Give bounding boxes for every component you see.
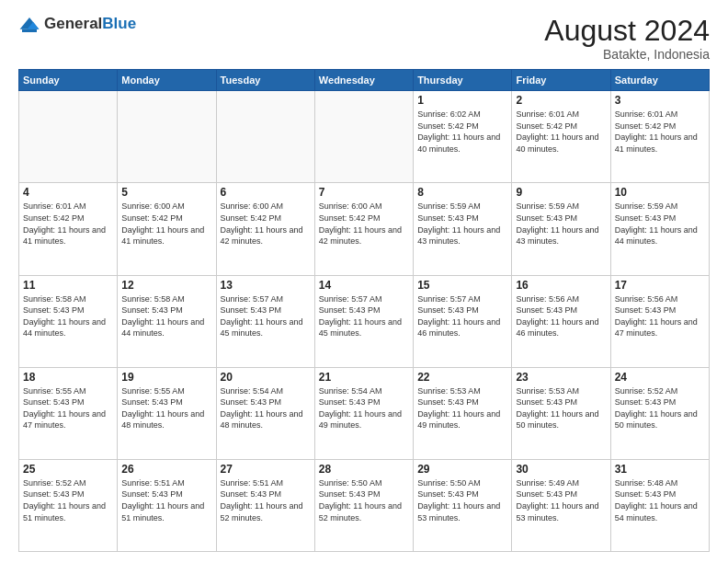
calendar-page: GeneralBlue August 2024 Batakte, Indones… (0, 0, 728, 563)
table-row: 18Sunrise: 5:55 AM Sunset: 5:43 PM Dayli… (19, 367, 118, 459)
day-info: Sunrise: 5:50 AM Sunset: 5:43 PM Dayligh… (417, 477, 507, 523)
day-number: 19 (121, 371, 211, 384)
day-info: Sunrise: 6:00 AM Sunset: 5:42 PM Dayligh… (221, 201, 311, 247)
day-number: 6 (221, 186, 311, 199)
day-info: Sunrise: 5:49 AM Sunset: 5:43 PM Dayligh… (516, 477, 606, 523)
day-number: 8 (417, 186, 507, 199)
table-row (118, 91, 216, 183)
month-title: August 2024 (544, 15, 710, 47)
table-row: 28Sunrise: 5:50 AM Sunset: 5:43 PM Dayli… (314, 459, 413, 551)
day-number: 25 (23, 463, 113, 476)
day-number: 24 (615, 371, 705, 384)
table-row: 20Sunrise: 5:54 AM Sunset: 5:43 PM Dayli… (216, 367, 314, 459)
day-info: Sunrise: 5:59 AM Sunset: 5:43 PM Dayligh… (615, 201, 705, 247)
day-info: Sunrise: 5:57 AM Sunset: 5:43 PM Dayligh… (221, 293, 311, 339)
day-info: Sunrise: 5:54 AM Sunset: 5:43 PM Dayligh… (319, 385, 409, 431)
day-info: Sunrise: 5:50 AM Sunset: 5:43 PM Dayligh… (319, 477, 409, 523)
table-row (19, 91, 118, 183)
table-row: 6Sunrise: 6:00 AM Sunset: 5:42 PM Daylig… (216, 183, 314, 275)
table-row: 3Sunrise: 6:01 AM Sunset: 5:42 PM Daylig… (610, 91, 709, 183)
calendar-week-row: 1Sunrise: 6:02 AM Sunset: 5:42 PM Daylig… (19, 91, 710, 183)
table-row: 9Sunrise: 5:59 AM Sunset: 5:43 PM Daylig… (512, 183, 610, 275)
day-number: 18 (23, 371, 113, 384)
logo-icon (18, 16, 40, 34)
day-number: 9 (516, 186, 606, 199)
table-row: 13Sunrise: 5:57 AM Sunset: 5:43 PM Dayli… (216, 275, 314, 367)
table-row: 8Sunrise: 5:59 AM Sunset: 5:43 PM Daylig… (414, 183, 512, 275)
day-number: 12 (121, 279, 211, 292)
table-row: 23Sunrise: 5:53 AM Sunset: 5:43 PM Dayli… (512, 367, 610, 459)
day-number: 14 (319, 279, 409, 292)
table-row: 22Sunrise: 5:53 AM Sunset: 5:43 PM Dayli… (414, 367, 512, 459)
day-number: 23 (516, 371, 606, 384)
day-number: 13 (221, 279, 311, 292)
day-info: Sunrise: 5:57 AM Sunset: 5:43 PM Dayligh… (417, 293, 507, 339)
col-monday: Monday (118, 70, 216, 91)
day-number: 27 (221, 463, 311, 476)
day-number: 30 (516, 463, 606, 476)
day-number: 31 (615, 463, 705, 476)
calendar-week-row: 25Sunrise: 5:52 AM Sunset: 5:43 PM Dayli… (19, 459, 710, 551)
calendar-week-row: 11Sunrise: 5:58 AM Sunset: 5:43 PM Dayli… (19, 275, 710, 367)
calendar-header-row: Sunday Monday Tuesday Wednesday Thursday… (19, 70, 710, 91)
calendar-week-row: 18Sunrise: 5:55 AM Sunset: 5:43 PM Dayli… (19, 367, 710, 459)
table-row (216, 91, 314, 183)
day-number: 10 (615, 186, 705, 199)
day-info: Sunrise: 5:51 AM Sunset: 5:43 PM Dayligh… (221, 477, 311, 523)
table-row: 30Sunrise: 5:49 AM Sunset: 5:43 PM Dayli… (512, 459, 610, 551)
col-friday: Friday (512, 70, 610, 91)
header: GeneralBlue August 2024 Batakte, Indones… (18, 15, 710, 62)
table-row: 19Sunrise: 5:55 AM Sunset: 5:43 PM Dayli… (118, 367, 216, 459)
col-wednesday: Wednesday (314, 70, 413, 91)
logo-general: General (44, 15, 102, 32)
day-number: 16 (516, 279, 606, 292)
table-row: 16Sunrise: 5:56 AM Sunset: 5:43 PM Dayli… (512, 275, 610, 367)
day-info: Sunrise: 5:58 AM Sunset: 5:43 PM Dayligh… (23, 293, 113, 339)
day-number: 11 (23, 279, 113, 292)
day-info: Sunrise: 5:55 AM Sunset: 5:43 PM Dayligh… (121, 385, 211, 431)
day-info: Sunrise: 6:02 AM Sunset: 5:42 PM Dayligh… (417, 109, 507, 155)
day-info: Sunrise: 6:00 AM Sunset: 5:42 PM Dayligh… (121, 201, 211, 247)
table-row: 5Sunrise: 6:00 AM Sunset: 5:42 PM Daylig… (118, 183, 216, 275)
col-saturday: Saturday (610, 70, 709, 91)
day-number: 5 (121, 186, 211, 199)
table-row: 15Sunrise: 5:57 AM Sunset: 5:43 PM Dayli… (414, 275, 512, 367)
table-row: 31Sunrise: 5:48 AM Sunset: 5:43 PM Dayli… (610, 459, 709, 551)
day-info: Sunrise: 5:53 AM Sunset: 5:43 PM Dayligh… (417, 385, 507, 431)
table-row: 7Sunrise: 6:00 AM Sunset: 5:42 PM Daylig… (314, 183, 413, 275)
table-row: 24Sunrise: 5:52 AM Sunset: 5:43 PM Dayli… (610, 367, 709, 459)
col-sunday: Sunday (19, 70, 118, 91)
day-info: Sunrise: 6:01 AM Sunset: 5:42 PM Dayligh… (23, 201, 113, 247)
day-info: Sunrise: 5:48 AM Sunset: 5:43 PM Dayligh… (615, 477, 705, 523)
day-info: Sunrise: 5:59 AM Sunset: 5:43 PM Dayligh… (516, 201, 606, 247)
day-info: Sunrise: 5:53 AM Sunset: 5:43 PM Dayligh… (516, 385, 606, 431)
day-info: Sunrise: 5:52 AM Sunset: 5:43 PM Dayligh… (23, 477, 113, 523)
table-row: 25Sunrise: 5:52 AM Sunset: 5:43 PM Dayli… (19, 459, 118, 551)
location: Batakte, Indonesia (544, 47, 710, 62)
table-row: 12Sunrise: 5:58 AM Sunset: 5:43 PM Dayli… (118, 275, 216, 367)
day-number: 4 (23, 186, 113, 199)
table-row (314, 91, 413, 183)
calendar-table: Sunday Monday Tuesday Wednesday Thursday… (18, 69, 710, 552)
day-number: 15 (417, 279, 507, 292)
day-number: 28 (319, 463, 409, 476)
day-number: 7 (319, 186, 409, 199)
table-row: 2Sunrise: 6:01 AM Sunset: 5:42 PM Daylig… (512, 91, 610, 183)
calendar-week-row: 4Sunrise: 6:01 AM Sunset: 5:42 PM Daylig… (19, 183, 710, 275)
day-number: 17 (615, 279, 705, 292)
table-row: 21Sunrise: 5:54 AM Sunset: 5:43 PM Dayli… (314, 367, 413, 459)
col-thursday: Thursday (414, 70, 512, 91)
table-row: 26Sunrise: 5:51 AM Sunset: 5:43 PM Dayli… (118, 459, 216, 551)
day-info: Sunrise: 5:54 AM Sunset: 5:43 PM Dayligh… (221, 385, 311, 431)
table-row: 17Sunrise: 5:56 AM Sunset: 5:43 PM Dayli… (610, 275, 709, 367)
logo-text: GeneralBlue (44, 15, 136, 33)
day-info: Sunrise: 5:59 AM Sunset: 5:43 PM Dayligh… (417, 201, 507, 247)
table-row: 29Sunrise: 5:50 AM Sunset: 5:43 PM Dayli… (414, 459, 512, 551)
day-number: 20 (221, 371, 311, 384)
day-info: Sunrise: 6:01 AM Sunset: 5:42 PM Dayligh… (615, 109, 705, 155)
day-number: 26 (121, 463, 211, 476)
day-number: 2 (516, 94, 606, 107)
day-info: Sunrise: 6:01 AM Sunset: 5:42 PM Dayligh… (516, 109, 606, 155)
day-info: Sunrise: 5:56 AM Sunset: 5:43 PM Dayligh… (516, 293, 606, 339)
day-number: 22 (417, 371, 507, 384)
